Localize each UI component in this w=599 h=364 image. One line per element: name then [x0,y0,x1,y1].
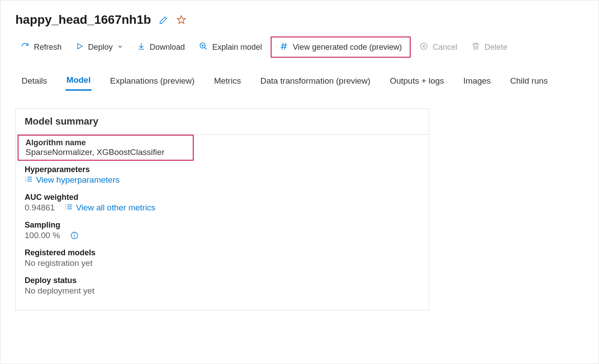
svg-marker-0 [177,16,185,23]
zoom-in-icon [199,42,208,53]
edit-icon[interactable] [159,15,169,25]
tab-child-runs[interactable]: Child runs [509,73,549,91]
sampling-label: Sampling [25,221,420,230]
tab-data-transformation[interactable]: Data transformation (preview) [259,73,371,91]
play-icon [76,42,84,52]
refresh-button[interactable]: Refresh [15,37,67,57]
delete-button: Delete [466,37,513,57]
sampling-field: Sampling 100.00 % [16,216,429,244]
svg-line-11 [285,43,286,49]
view-hyperparameters-link[interactable]: View hyperparameters [25,175,120,185]
refresh-icon [21,42,29,53]
cancel-button: Cancel [414,37,463,57]
title-row: happy_head_1667nh1b [15,13,584,27]
explain-model-button[interactable]: Explain model [194,37,267,57]
svg-point-31 [74,234,75,234]
list-icon [25,175,33,185]
tab-metrics[interactable]: Metrics [213,73,242,91]
deploy-button[interactable]: Deploy [70,37,129,57]
hyperparameters-field: Hyperparameters View hyperparameters [16,161,429,188]
view-code-label: View generated code (preview) [293,43,402,52]
tab-outputs-logs[interactable]: Outputs + logs [389,73,445,91]
tab-bar: Details Model Explanations (preview) Met… [15,73,584,91]
sampling-value: 100.00 % [25,231,60,240]
hyperparameters-link-text: View hyperparameters [36,175,120,185]
algorithm-value: SparseNormalizer, XGBoostClassifier [26,147,186,157]
svg-marker-1 [78,44,83,49]
chevron-down-icon [117,43,123,52]
tab-images[interactable]: Images [463,73,492,91]
download-label: Download [150,43,185,52]
registered-models-value: No registration yet [25,258,420,268]
svg-line-10 [282,43,283,49]
list-icon [65,203,73,213]
favorite-star-icon[interactable] [176,15,186,25]
hyperparameters-label: Hyperparameters [25,165,420,174]
explain-label: Explain model [212,43,262,52]
info-icon[interactable] [70,231,79,240]
toolbar: Refresh Deploy Download [15,37,584,58]
registered-models-label: Registered models [25,248,420,257]
algorithm-highlight: Algorithm name SparseNormalizer, XGBoost… [18,135,194,161]
download-button[interactable]: Download [132,37,190,57]
registered-models-field: Registered models No registration yet [16,244,429,272]
auc-value: 0.94861 [25,203,55,213]
trash-icon [471,42,480,53]
cancel-label: Cancel [433,43,457,52]
page-root: happy_head_1667nh1b Refresh [0,0,599,310]
card-body: Algorithm name SparseNormalizer, XGBoost… [16,135,429,310]
tab-explanations[interactable]: Explanations (preview) [109,73,195,91]
model-summary-card: Model summary Algorithm name SparseNorma… [15,108,429,310]
auc-label: AUC weighted [25,193,420,202]
svg-line-5 [205,47,207,49]
view-generated-code-button[interactable]: View generated code (preview) [274,37,407,57]
algorithm-label: Algorithm name [26,138,186,147]
view-all-metrics-link[interactable]: View all other metrics [65,203,155,213]
delete-label: Delete [485,43,507,52]
auc-link-text: View all other metrics [76,203,155,213]
deploy-status-value: No deployment yet [25,286,420,296]
download-icon [137,42,145,52]
cancel-icon [419,42,428,53]
auc-field: AUC weighted 0.94861 View all other metr… [16,188,429,216]
deploy-status-field: Deploy status No deployment yet [16,272,429,299]
tab-model[interactable]: Model [66,73,92,91]
tab-details[interactable]: Details [21,73,48,91]
view-code-highlight: View generated code (preview) [271,37,411,58]
deploy-label: Deploy [88,43,113,52]
refresh-label: Refresh [34,43,62,52]
card-title: Model summary [16,109,429,135]
deploy-status-label: Deploy status [25,276,420,285]
hash-icon [279,42,288,53]
run-title: happy_head_1667nh1b [15,13,151,27]
